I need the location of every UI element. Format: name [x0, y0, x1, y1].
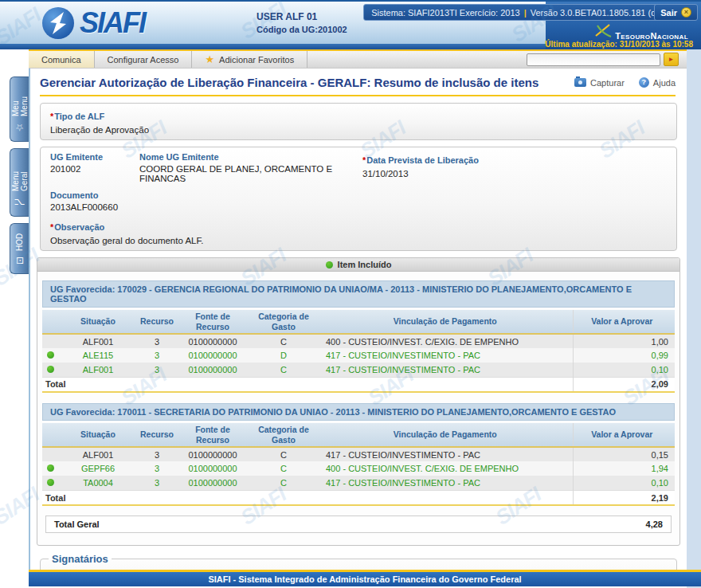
col-situacao: Situação: [58, 423, 138, 447]
documento-value: 2013ALF000660: [50, 202, 667, 212]
footer-text: SIAFI - Sistema Integrado de Administraç…: [29, 572, 701, 586]
col-recurso: Recurso: [138, 310, 176, 334]
col-valor: Valor a Aprovar: [573, 423, 675, 447]
table-total-row: Total 2,19: [42, 490, 675, 505]
items-table-1: Situação Recurso Fonte de Recurso Catego…: [42, 310, 675, 393]
sair-button[interactable]: Sair ×: [654, 4, 698, 21]
ug-emitente-field: UG Emitente 201002: [50, 152, 139, 183]
legend-item-incluido: Item Incluído: [338, 260, 392, 269]
help-icon: ?: [639, 77, 649, 88]
version-text: Versão 3.0.BETA01.1805.181 (d): [531, 8, 659, 18]
ug-emitente-value: 201002: [50, 164, 139, 174]
tipo-alf-label: Tipo de ALF: [54, 112, 104, 121]
document-info-panel: UG Emitente 201002 Nome UG Emitente COOR…: [40, 147, 677, 251]
last-update: Última atualização: 31/10/2013 às 10:58: [545, 40, 693, 49]
tab-adicionar-favoritos-label: Adicionar Favoritos: [219, 55, 294, 65]
tab-adicionar-favoritos[interactable]: ★ Adicionar Favoritos: [192, 51, 307, 68]
data-prevista-value: 31/10/2013: [362, 169, 667, 178]
col-fonte: Fonte de Recurso: [176, 423, 249, 447]
item-included-icon: [47, 366, 54, 373]
sidebar-item-hod[interactable]: ⊡ HOD: [10, 223, 29, 274]
table-total-row: Total 2,09: [42, 377, 675, 392]
total-geral-row: Total Geral 4,28: [45, 515, 672, 533]
title-actions: Capturar ? Ajuda: [574, 76, 676, 88]
tipo-alf-panel: *Tipo de ALF Liberação de Aprovação: [40, 103, 677, 140]
tab-comunica[interactable]: Comunica: [29, 51, 95, 68]
col-categoria: Categoria de Gasto: [249, 310, 318, 334]
signatarios-title: Signatários: [49, 553, 112, 565]
documento-label: Documento: [50, 190, 667, 200]
ajuda-button[interactable]: ? Ajuda: [639, 77, 676, 88]
star-outline-icon: ☆: [14, 122, 25, 133]
tables-inner: UG Favorecida: 170029 - GERENCIA REGIONA…: [37, 272, 679, 545]
nome-ug-label: Nome UG Emitente: [139, 152, 362, 162]
main-content: Gerenciar Autorização de Liberação Finan…: [29, 69, 687, 570]
total-label: Total: [42, 377, 573, 392]
ug-favorecida-header-1: UG Favorecida: 170029 - GERENCIA REGIONA…: [42, 280, 675, 308]
nome-ug-field: Nome UG Emitente COORD GERAL DE PLANEJ, …: [139, 152, 362, 183]
right-margin-strip: [687, 49, 701, 588]
page-title: Gerenciar Autorização de Liberação Finan…: [40, 76, 538, 89]
search-input[interactable]: [527, 53, 660, 66]
top-tabbar: Comunica Configurar Acesso ★ Adicionar F…: [29, 49, 687, 69]
required-marker: *: [50, 112, 53, 121]
system-info-bar: Sistema: SIAFI2013TI Exercício: 2013 | V…: [363, 4, 667, 21]
col-vinculacao: Vinculação de Pagamento: [318, 423, 573, 447]
total-geral-value: 4,28: [646, 519, 663, 529]
close-icon: ×: [681, 7, 691, 18]
sidebar-item-meu-menu[interactable]: ☆ Meu Menu: [10, 76, 29, 142]
ajuda-label: Ajuda: [653, 78, 676, 88]
camera-icon: [574, 78, 586, 87]
total-value: 2,09: [573, 377, 675, 392]
col-valor: Valor a Aprovar: [573, 310, 675, 334]
app-header: SIAFI USER ALF 01 Código da UG:201002 Si…: [0, 0, 701, 49]
search-go-button[interactable]: ►: [664, 53, 679, 66]
sidebar-item-menu-geral[interactable]: ⌥ Menu Geral: [10, 148, 29, 217]
legend-bar: Item Incluído: [37, 258, 679, 272]
observacao-label: Observação: [54, 222, 104, 232]
observacao-field: *Observação Observação geral do document…: [50, 219, 667, 245]
total-label: Total: [42, 490, 573, 505]
col-recurso: Recurso: [138, 423, 176, 447]
table-header-row: Situação Recurso Fonte de Recurso Catego…: [42, 423, 675, 447]
included-col-header: [42, 423, 58, 447]
ug-favorecida-header-2: UG Favorecida: 170011 - SECRETARIA DO PA…: [42, 403, 675, 421]
capturar-button[interactable]: Capturar: [574, 78, 625, 88]
items-table-2: Situação Recurso Fonte de Recurso Catego…: [42, 423, 675, 506]
table-row: ALF001 3 0100000000 C 400 - CUSTEIO/INVE…: [42, 334, 675, 348]
total-geral-label: Total Geral: [54, 519, 100, 529]
required-marker: *: [362, 155, 366, 165]
table-header-row: Situação Recurso Fonte de Recurso Catego…: [42, 310, 675, 334]
system-text: Sistema: SIAFI2013TI Exercício: 2013: [371, 8, 519, 18]
monitor-icon: ⊡: [14, 257, 25, 265]
sidebar-hod-label: HOD: [15, 233, 24, 250]
table-row: ALF001 3 0100000000 C 417 - CUSTEIO/INVE…: [42, 363, 675, 377]
item-included-icon: [326, 261, 333, 269]
table-row: ALE115 3 0100000000 D 417 - CUSTEIO/INVE…: [42, 348, 675, 363]
siafi-logo-icon: [41, 6, 75, 40]
treasury-star-icon: [593, 23, 613, 41]
capturar-label: Capturar: [590, 78, 625, 88]
tab-configurar-acesso-label: Configurar Acesso: [108, 55, 179, 65]
tab-configurar-acesso[interactable]: Configurar Acesso: [95, 51, 193, 68]
siafi-logo: SIAFI: [41, 6, 145, 40]
tab-comunica-label: Comunica: [41, 55, 81, 65]
title-row: Gerenciar Autorização de Liberação Finan…: [40, 76, 676, 96]
ug-emitente-label: UG Emitente: [50, 152, 139, 162]
app-footer: SIAFI - Sistema Integrado de Administraç…: [29, 570, 701, 586]
siafi-logo-text: SIAFI: [80, 6, 145, 40]
treasury-logo: TesouroNacional: [593, 23, 688, 41]
data-prevista-label: Data Prevista de Liberação: [366, 155, 479, 165]
ug-label: Código da UG:: [257, 25, 318, 34]
siafi-app: SIAFI USER ALF 01 Código da UG:201002 Si…: [0, 0, 701, 588]
item-included-icon: [47, 351, 54, 359]
sair-label: Sair: [660, 8, 677, 18]
required-marker: *: [50, 222, 53, 232]
tipo-alf-value: Liberação de Aprovação: [50, 125, 667, 135]
search-zone: ►: [527, 51, 687, 68]
item-included-icon: [47, 479, 54, 486]
documento-field: Documento 2013ALF000660: [50, 190, 667, 212]
sidebar-menu-geral-label: Menu Geral: [11, 157, 29, 191]
data-prevista-field: *Data Prevista de Liberação 31/10/2013: [362, 152, 667, 183]
table-row: GEPF66 3 0100000000 C 400 - CUSTEIO/INVE…: [42, 461, 675, 476]
